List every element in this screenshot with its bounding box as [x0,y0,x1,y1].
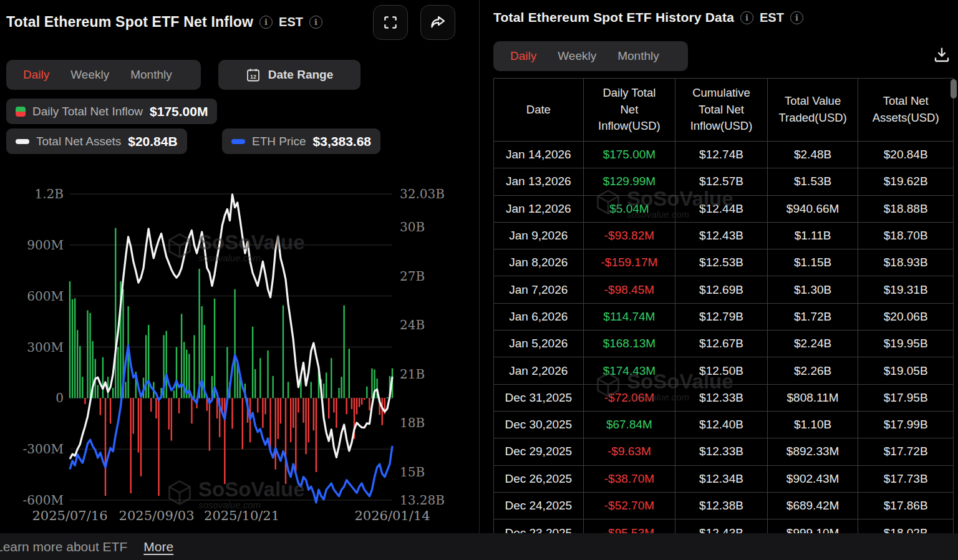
footer-more-link[interactable]: More [143,539,173,554]
inflow-bar [371,369,372,398]
value-cell: $17.99B [858,412,953,438]
inflow-bar [262,398,263,428]
table-row[interactable]: Dec 31,2025-$72.06M$12.33B$808.11M$17.95… [494,385,953,412]
legend-value: $3,383.68 [313,134,371,149]
table-row[interactable]: Jan 8,2026-$159.17M$12.53B$1.15B$18.93B [494,249,953,276]
inflow-bar [278,398,279,438]
table-row[interactable]: Jan 13,2026$129.99M$12.57B$1.53B$19.62B [494,168,953,195]
value-cell: $12.40B [675,412,768,438]
value-cell: $67.84M [584,412,676,438]
value-cell: $12.79B [675,304,768,330]
history-data-panel: Total Ethereum Spot ETF History Data i E… [479,0,958,560]
column-header: Date [494,79,584,141]
table-row[interactable]: Jan 14,2026$175.00M$12.74B$2.48B$20.84B [494,142,953,168]
value-cell: $808.11M [768,385,859,411]
download-button[interactable] [931,44,953,66]
right-axis-label: 27B [400,269,425,284]
value-cell: $12.44B [675,196,768,222]
value-cell: $18.93B [858,249,953,276]
x-axis-label: 2025/10/21 [204,508,279,523]
inflow-bar [328,398,329,418]
inflow-bar [275,398,276,470]
tab-weekly[interactable]: Weekly [60,68,120,82]
info-icon[interactable]: i [309,16,322,29]
value-cell: $5.04M [584,196,676,222]
value-cell: $18.88B [858,196,953,222]
inflow-bar [343,306,344,398]
table-row[interactable]: Dec 30,2025$67.84M$12.40B$1.10B$17.99B [494,412,953,438]
value-cell: -$52.70M [584,493,676,519]
inflow-bar [346,398,347,414]
tab-monthly[interactable]: Monthly [120,68,183,82]
table-row[interactable]: Jan 12,2026$5.04M$12.44B$940.66M$18.88B [494,196,953,223]
column-header: Daily Total Net Inflow(USD) [584,79,676,141]
inflow-bar [74,298,75,398]
table-row[interactable]: Jan 6,2026$114.74M$12.79B$1.72B$20.06B [494,304,953,331]
table-row[interactable]: Jan 7,2026-$98.45M$12.69B$1.30B$19.31B [494,276,953,303]
date-cell: Jan 14,2026 [494,142,584,168]
value-cell: $902.43M [768,466,859,492]
inflow-bar [252,327,253,398]
value-cell: $19.95B [858,331,953,357]
left-axis-label: 0 [56,390,64,405]
inflow-bar [254,369,256,398]
date-cell: Dec 29,2025 [494,438,584,465]
date-cell: Jan 2,2026 [494,357,584,384]
fullscreen-button[interactable] [373,5,408,40]
inflow-bar [133,398,134,433]
table-row[interactable]: Dec 29,2025-$9.63M$12.33B$892.33M$17.72B [494,438,953,465]
legend-value: $20.84B [128,134,177,149]
inflow-bar [349,349,350,398]
value-cell: $17.95B [858,385,953,411]
table-title: Total Ethereum Spot ETF History Data [493,10,734,25]
share-button[interactable] [420,5,455,40]
share-icon [429,14,447,31]
inflow-bar [77,330,78,398]
table-scrollbar[interactable] [951,79,957,99]
inflow-bar [165,331,167,398]
value-cell: $2.24B [768,331,859,357]
tab-daily[interactable]: Daily [500,49,547,63]
inflow-bar [331,358,332,398]
value-cell: $12.43B [675,223,768,249]
legend-total-net-assets[interactable]: Total Net Assets $20.84B [6,128,187,154]
info-icon[interactable]: i [740,11,753,24]
value-cell: $1.11B [768,223,859,249]
tab-daily[interactable]: Daily [12,68,60,82]
left-axis-label: -600M [23,493,64,508]
date-range-button[interactable]: 12 Date Range [218,60,360,90]
value-cell: $12.67B [675,331,768,357]
inflow-bar [155,398,157,418]
legend-eth-price[interactable]: ETH Price $3,383.68 [222,128,380,154]
inflow-bar [272,376,273,398]
tab-weekly[interactable]: Weekly [547,49,607,63]
value-cell: $19.62B [858,168,953,195]
table-row[interactable]: Jan 9,2026-$93.82M$12.43B$1.11B$18.70B [494,223,953,249]
right-period-tabs: DailyWeeklyMonthly [493,41,688,71]
tab-monthly[interactable]: Monthly [607,49,670,63]
date-cell: Jan 5,2026 [494,331,584,357]
inflow-bar [110,398,111,423]
legend-daily-net-inflow[interactable]: Daily Total Net Inflow $175.00M [6,99,217,124]
inflow-bar [307,398,309,442]
table-row[interactable]: Dec 26,2025-$38.70M$12.34B$902.43M$17.73… [494,466,953,493]
date-cell: Jan 12,2026 [494,196,584,222]
info-icon[interactable]: i [259,16,273,29]
table-row[interactable]: Jan 5,2026$168.13M$12.67B$2.24B$19.95B [494,331,953,357]
value-cell: $1.15B [768,249,859,276]
inflow-bar [89,313,90,398]
date-cell: Dec 24,2025 [494,493,584,519]
inflow-bar [102,357,104,398]
table-row[interactable]: Dec 24,2025-$52.70M$12.38B$689.42M$17.86… [494,493,953,519]
value-cell: $12.74B [675,142,768,168]
table-row[interactable]: Jan 2,2026$174.43M$12.50B$2.26B$19.05B [494,357,953,384]
net-inflow-chart[interactable]: 1.2B900M600M300M0-300M-600M32.03B30B27B2… [0,168,479,533]
value-cell: $12.53B [675,249,768,276]
inflow-bar [259,358,261,398]
value-cell: $18.70B [858,223,953,249]
inflow-bar [257,398,258,412]
calendar-icon: 12 [246,67,261,82]
info-icon[interactable]: i [790,11,803,24]
inflow-bar [79,346,80,398]
inflow-bar [313,398,314,430]
